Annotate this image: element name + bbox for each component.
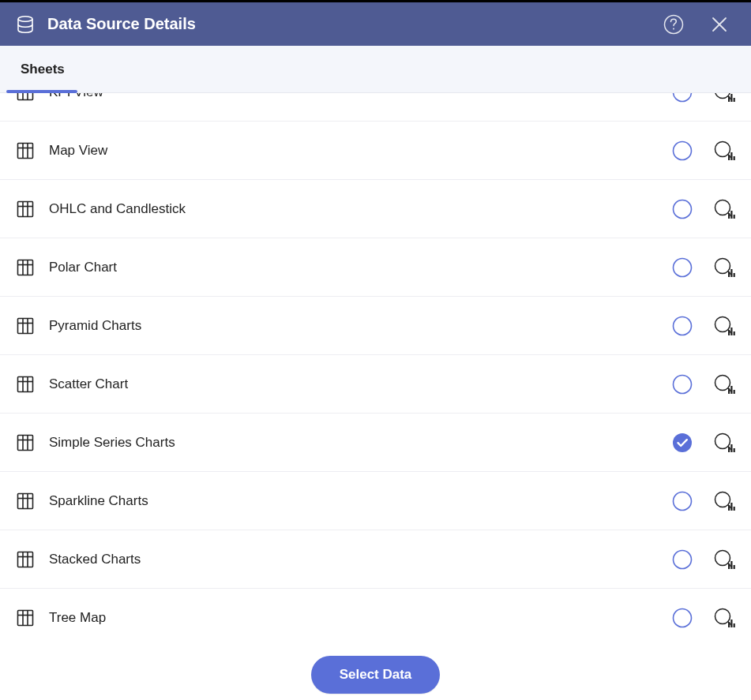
svg-rect-39 bbox=[18, 318, 33, 333]
svg-point-7 bbox=[674, 93, 692, 101]
svg-rect-18 bbox=[728, 155, 730, 160]
radio-unselected[interactable] bbox=[672, 316, 693, 336]
svg-rect-38 bbox=[734, 273, 735, 277]
svg-point-43 bbox=[674, 316, 692, 335]
tab-sheets[interactable]: Sheets bbox=[21, 46, 65, 92]
sheet-label: Map View bbox=[49, 143, 658, 159]
sheet-label: Pyramid Charts bbox=[49, 318, 658, 334]
svg-rect-91 bbox=[730, 620, 732, 627]
svg-point-79 bbox=[674, 550, 692, 568]
table-icon bbox=[16, 93, 35, 102]
svg-rect-45 bbox=[728, 330, 730, 335]
svg-rect-92 bbox=[734, 623, 735, 627]
tabs-bar: Sheets bbox=[0, 46, 751, 93]
table-icon bbox=[16, 258, 35, 277]
svg-rect-19 bbox=[730, 152, 732, 160]
sheet-label: KPI View bbox=[49, 93, 658, 100]
svg-point-61 bbox=[673, 433, 692, 452]
svg-point-25 bbox=[674, 200, 692, 218]
radio-unselected[interactable] bbox=[672, 549, 693, 570]
sheet-row[interactable]: Sparkline Charts bbox=[0, 472, 751, 530]
chart-search-icon[interactable] bbox=[713, 315, 735, 337]
sheet-list-viewport: KPI View Map View OHLC and Candlestick bbox=[0, 93, 751, 645]
chart-search-icon[interactable] bbox=[713, 490, 735, 512]
radio-unselected[interactable] bbox=[672, 257, 693, 278]
sheet-label: Tree Map bbox=[49, 610, 658, 626]
table-icon bbox=[16, 550, 35, 569]
svg-rect-3 bbox=[18, 93, 33, 99]
radio-unselected[interactable] bbox=[672, 374, 693, 395]
sheet-row[interactable]: Stacked Charts bbox=[0, 530, 751, 589]
help-button[interactable] bbox=[658, 9, 689, 40]
chart-search-icon[interactable] bbox=[713, 198, 735, 220]
sheet-label: Scatter Chart bbox=[49, 376, 658, 392]
svg-rect-83 bbox=[734, 565, 735, 569]
svg-rect-48 bbox=[18, 376, 33, 391]
sheet-label: OHLC and Candlestick bbox=[49, 201, 658, 217]
radio-unselected[interactable] bbox=[672, 140, 693, 161]
svg-rect-10 bbox=[730, 94, 732, 102]
chart-search-icon[interactable] bbox=[713, 140, 735, 162]
radio-unselected[interactable] bbox=[672, 608, 693, 628]
svg-rect-74 bbox=[734, 507, 735, 511]
svg-rect-64 bbox=[730, 444, 732, 452]
svg-rect-72 bbox=[728, 505, 730, 511]
chart-search-icon[interactable] bbox=[713, 432, 735, 454]
svg-rect-75 bbox=[18, 552, 33, 567]
sheet-row[interactable]: Simple Series Charts bbox=[0, 414, 751, 472]
svg-rect-30 bbox=[18, 260, 33, 275]
svg-point-0 bbox=[18, 16, 32, 21]
sheet-row[interactable]: Tree Map bbox=[0, 589, 751, 645]
sheet-row[interactable]: Pyramid Charts bbox=[0, 297, 751, 355]
table-icon bbox=[16, 316, 35, 335]
radio-selected[interactable] bbox=[672, 432, 693, 453]
svg-rect-11 bbox=[734, 98, 735, 102]
svg-point-34 bbox=[674, 258, 692, 276]
svg-rect-29 bbox=[734, 215, 735, 219]
svg-rect-54 bbox=[728, 388, 730, 394]
svg-rect-84 bbox=[18, 610, 33, 625]
table-icon bbox=[16, 141, 35, 160]
dialog-footer: Select Data bbox=[0, 645, 751, 700]
sheet-row[interactable]: OHLC and Candlestick bbox=[0, 180, 751, 238]
svg-rect-9 bbox=[728, 96, 730, 102]
radio-unselected[interactable] bbox=[672, 199, 693, 219]
radio-unselected[interactable] bbox=[672, 491, 693, 511]
sheet-list: KPI View Map View OHLC and Candlestick bbox=[0, 93, 751, 645]
svg-rect-65 bbox=[734, 448, 735, 452]
table-icon bbox=[16, 200, 35, 219]
svg-point-16 bbox=[674, 141, 692, 159]
sheet-row[interactable]: KPI View bbox=[0, 93, 751, 122]
table-icon bbox=[16, 375, 35, 394]
chart-search-icon[interactable] bbox=[713, 256, 735, 279]
chart-search-icon[interactable] bbox=[713, 548, 735, 571]
sheet-label: Simple Series Charts bbox=[49, 435, 658, 451]
dialog-title: Data Source Details bbox=[47, 15, 658, 33]
svg-rect-20 bbox=[734, 156, 735, 160]
radio-unselected[interactable] bbox=[672, 93, 693, 103]
sheet-row[interactable]: Polar Chart bbox=[0, 238, 751, 297]
table-icon bbox=[16, 433, 35, 452]
svg-rect-12 bbox=[18, 143, 33, 158]
svg-rect-46 bbox=[730, 328, 732, 335]
table-icon bbox=[16, 608, 35, 627]
svg-rect-66 bbox=[18, 493, 33, 508]
close-button[interactable] bbox=[704, 9, 735, 40]
svg-rect-82 bbox=[730, 561, 732, 569]
svg-rect-81 bbox=[728, 563, 730, 569]
svg-rect-21 bbox=[18, 201, 33, 216]
svg-rect-37 bbox=[730, 269, 732, 277]
svg-point-70 bbox=[674, 492, 692, 510]
sheet-label: Stacked Charts bbox=[49, 552, 658, 567]
select-data-button[interactable]: Select Data bbox=[311, 656, 441, 694]
sheet-row[interactable]: Scatter Chart bbox=[0, 355, 751, 414]
svg-rect-28 bbox=[730, 211, 732, 219]
chart-search-icon[interactable] bbox=[713, 373, 735, 395]
sheet-row[interactable]: Map View bbox=[0, 122, 751, 180]
svg-point-2 bbox=[673, 28, 674, 29]
svg-rect-27 bbox=[728, 213, 730, 219]
chart-search-icon[interactable] bbox=[713, 607, 735, 629]
chart-search-icon[interactable] bbox=[713, 93, 735, 103]
svg-point-88 bbox=[674, 608, 692, 627]
svg-rect-57 bbox=[18, 435, 33, 450]
